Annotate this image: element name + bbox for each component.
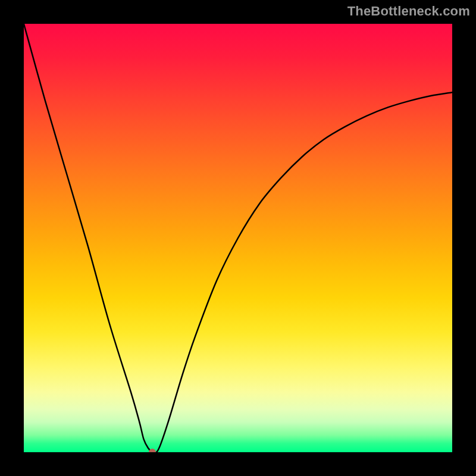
bottleneck-curve <box>24 24 452 452</box>
bottleneck-curve-svg <box>24 24 452 452</box>
watermark-text: TheBottleneck.com <box>347 4 470 19</box>
chart-outer-frame: TheBottleneck.com <box>0 0 476 476</box>
plot-area <box>24 24 452 452</box>
